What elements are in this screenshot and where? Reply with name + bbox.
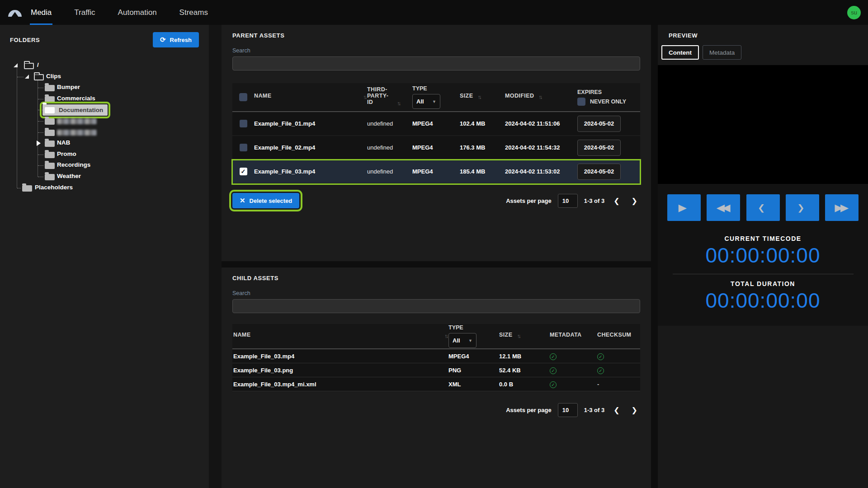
col-name: NAME: [254, 93, 271, 100]
folders-scroll-track[interactable]: [209, 25, 222, 488]
user-avatar[interactable]: su: [847, 6, 861, 19]
child-assets-panel: CHILD ASSETS Search NAME↑↓ TYPE All▼ SIZ…: [222, 267, 651, 488]
play-button[interactable]: ▶: [667, 194, 701, 221]
folder-label[interactable]: Weather: [57, 173, 81, 179]
delete-selected-button[interactable]: ✕ Delete selected: [232, 193, 299, 208]
never-only-checkbox[interactable]: [577, 98, 585, 106]
folder-icon: [34, 74, 44, 80]
sort-third-party-id-icon[interactable]: ↑↓: [397, 100, 401, 107]
tree-row[interactable]: Documentation: [0, 104, 209, 116]
tree-row[interactable]: NAB: [0, 138, 209, 149]
step-back-button[interactable]: ❮: [746, 194, 780, 221]
child-asset-row[interactable]: Example_File_03.png PNG 52.4 KB ✓ ✓: [232, 363, 640, 377]
tree-row[interactable]: /: [0, 60, 209, 71]
folder-label[interactable]: Clips: [46, 73, 61, 80]
check-circle-icon: ✓: [550, 367, 557, 374]
tree-row[interactable]: Commercials: [0, 94, 209, 105]
tree-row[interactable]: Bumper: [0, 82, 209, 94]
check-circle-icon: ✓: [550, 381, 557, 388]
expand-toggle-icon[interactable]: [14, 63, 18, 67]
col-type: TYPE: [412, 85, 460, 92]
asset-third-party-id: undefined: [367, 168, 412, 175]
chevron-right-icon: ❯: [797, 202, 805, 212]
top-nav: MediaTrafficAutomationStreams su: [0, 0, 868, 25]
tree-row[interactable]: Clips: [0, 71, 209, 83]
playback-controls: ▶ ◀◀ ❮ ❯ ▶▶: [658, 194, 868, 221]
folder-label[interactable]: Placeholders: [35, 184, 73, 191]
folder-label[interactable]: Commercials: [57, 95, 95, 102]
folder-label[interactable]: NAB: [57, 139, 70, 146]
sort-modified-icon[interactable]: ↑↓: [538, 94, 542, 100]
col-expires: EXPIRES: [577, 89, 640, 95]
child-per-page-input[interactable]: [558, 403, 578, 417]
type-filter-select[interactable]: All▼: [412, 94, 440, 109]
video-preview-area[interactable]: [658, 65, 868, 184]
col-child-type: TYPE: [448, 324, 499, 331]
asset-expires-date[interactable]: 2024-05-02: [577, 164, 621, 180]
asset-size: 176.3 MB: [460, 144, 505, 151]
fast-forward-button[interactable]: ▶▶: [825, 194, 859, 221]
child-next-page-button[interactable]: ❯: [629, 406, 640, 414]
nav-tab-streams[interactable]: Streams: [179, 0, 209, 25]
tree-row[interactable]: Promo: [0, 149, 209, 160]
child-prev-page-button[interactable]: ❮: [611, 406, 622, 414]
child-search-label: Search: [232, 290, 640, 296]
nav-tab-automation[interactable]: Automation: [117, 0, 158, 25]
asset-expires-date[interactable]: 2024-05-02: [577, 140, 621, 156]
child-asset-type: MPEG4: [448, 353, 499, 360]
tree-row[interactable]: [0, 116, 209, 127]
parent-search-input[interactable]: [232, 56, 640, 70]
asset-expires-date[interactable]: 2024-05-02: [577, 116, 621, 132]
rewind-button[interactable]: ◀◀: [707, 194, 740, 221]
col-child-name: NAME: [233, 332, 250, 339]
per-page-input[interactable]: [558, 194, 578, 208]
tree-row[interactable]: Recordings: [0, 160, 209, 171]
redacted-folder-label[interactable]: [57, 130, 97, 136]
folder-label[interactable]: Promo: [57, 150, 76, 157]
child-search-input[interactable]: [232, 299, 640, 313]
collapse-toggle-icon[interactable]: [37, 141, 41, 146]
row-checkbox[interactable]: [240, 120, 247, 127]
sort-size-icon[interactable]: ↑↓: [477, 94, 481, 100]
tree-row[interactable]: Weather: [0, 171, 209, 183]
preview-tab-content[interactable]: Content: [661, 45, 699, 60]
redacted-folder-label[interactable]: [57, 118, 97, 124]
folder-label[interactable]: Recordings: [57, 161, 90, 168]
child-type-filter-select[interactable]: All▼: [448, 333, 476, 348]
folder-label: Documentation: [59, 107, 103, 113]
folder-icon: [45, 96, 55, 103]
preview-tab-metadata[interactable]: Metadata: [703, 45, 741, 60]
parent-asset-row[interactable]: Example_File_02.mp4 undefined MPEG4 176.…: [232, 136, 640, 160]
child-table-header: NAME↑↓ TYPE All▼ SIZE↑↓ METADATA CHECKSU…: [232, 324, 640, 349]
select-all-checkbox[interactable]: [239, 93, 247, 101]
range-text: 1-3 of 3: [584, 197, 605, 204]
asset-third-party-id: undefined: [367, 144, 412, 151]
never-only-label: NEVER ONLY: [590, 99, 626, 105]
folder-item-selected[interactable]: Documentation: [42, 104, 108, 116]
asset-type: MPEG4: [412, 144, 460, 151]
refresh-button[interactable]: ⟳ Refresh: [153, 32, 199, 47]
next-page-button[interactable]: ❯: [629, 197, 640, 205]
app-logo[interactable]: [0, 0, 30, 25]
nav-tab-traffic[interactable]: Traffic: [73, 0, 96, 25]
child-table-body: Example_File_03.mp4 MPEG4 12.1 MB ✓ ✓ Ex…: [232, 349, 640, 391]
folder-label[interactable]: /: [37, 61, 39, 68]
nav-tab-media[interactable]: Media: [30, 0, 52, 25]
prev-page-button[interactable]: ❮: [611, 197, 622, 205]
sort-child-size-icon[interactable]: ↑↓: [517, 333, 521, 339]
row-checkbox[interactable]: ✓: [240, 168, 247, 175]
sort-name-icon[interactable]: ↑↓: [363, 94, 367, 100]
parent-asset-row[interactable]: Example_File_01.mp4 undefined MPEG4 102.…: [232, 112, 640, 136]
folder-label[interactable]: Bumper: [57, 84, 80, 90]
current-timecode-value: 00:00:00:00: [658, 243, 868, 267]
row-checkbox[interactable]: [240, 144, 247, 151]
child-asset-row[interactable]: Example_File_03.mp4 MPEG4 12.1 MB ✓ ✓: [232, 349, 640, 363]
child-asset-size: 12.1 MB: [499, 353, 550, 360]
child-asset-row[interactable]: Example_File_03.mp4_mi.xml XML 0.0 B ✓ -: [232, 377, 640, 391]
expand-toggle-icon[interactable]: [25, 75, 29, 79]
parent-asset-row[interactable]: ✓ Example_File_03.mp4 undefined MPEG4 18…: [232, 160, 640, 184]
sort-child-name-icon[interactable]: ↑↓: [444, 333, 448, 339]
tree-row[interactable]: [0, 127, 209, 138]
tree-row[interactable]: Placeholders: [0, 183, 209, 194]
step-forward-button[interactable]: ❯: [786, 194, 819, 221]
